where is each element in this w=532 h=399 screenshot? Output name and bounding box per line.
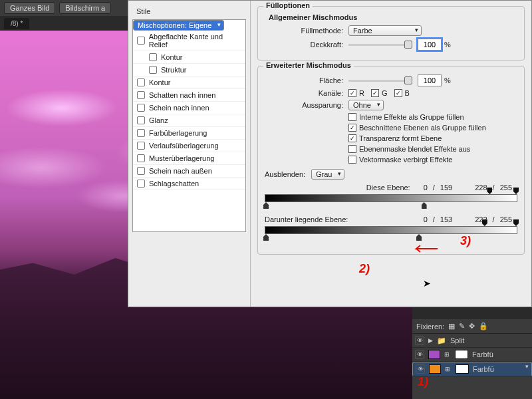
- style-item[interactable]: Kontur: [133, 76, 245, 89]
- color-swatch[interactable]: [428, 350, 440, 359]
- annotation-2: 2): [359, 262, 370, 276]
- link-icon[interactable]: ⊞: [444, 351, 451, 358]
- cb-internal-effects[interactable]: [348, 113, 356, 121]
- opacity-slider[interactable]: [348, 40, 412, 49]
- mask-thumb[interactable]: [455, 350, 468, 359]
- fill-options-group: Fülloptionen Allgemeiner Mischmodus Füll…: [257, 6, 525, 61]
- fill-unit: %: [444, 76, 451, 84]
- lock-transparency-icon[interactable]: ▦: [448, 322, 455, 331]
- knockout-label: Aussparung:: [265, 101, 348, 109]
- color-swatch[interactable]: [429, 364, 441, 374]
- layer-name: Split: [450, 336, 464, 344]
- fill-label: Fläche:: [265, 76, 348, 84]
- blendmode-label: Füllmethode:: [265, 27, 348, 35]
- opacity-label: Deckkraft:: [265, 41, 348, 49]
- style-checkbox[interactable]: [137, 167, 145, 175]
- cb-transparency-shapes[interactable]: [348, 134, 356, 142]
- layer-name: Farbfü: [472, 350, 493, 358]
- visibility-icon[interactable]: 👁: [415, 336, 424, 345]
- fullscreen-button[interactable]: Bildschirm a: [59, 2, 111, 14]
- cb-clipped-layers[interactable]: [348, 124, 356, 132]
- style-item[interactable]: Farbüberlagerung: [133, 127, 245, 140]
- advanced-blend-title: Erweiterter Mischmodus: [263, 61, 354, 69]
- style-checkbox[interactable]: [137, 78, 145, 86]
- style-item[interactable]: Struktur: [133, 64, 245, 76]
- layers-panel: Fixieren: ▦ ✎ ✥ 🔒 👁▶📁Split👁⊞Farbfü👁⊞Farb…: [412, 319, 532, 399]
- document-tabs: /8) *: [0, 16, 29, 31]
- channels-label: Kanäle:: [265, 89, 348, 97]
- style-checkbox[interactable]: [137, 91, 145, 99]
- visibility-icon[interactable]: 👁: [416, 364, 425, 374]
- cb-layermask-hides[interactable]: [348, 145, 356, 153]
- style-item[interactable]: Schlagschatten: [133, 178, 245, 190]
- styles-list: Mischoptionen: EigeneAbgeflachte Kante u…: [132, 19, 246, 232]
- lock-position-icon[interactable]: ✥: [469, 322, 475, 331]
- style-checkbox[interactable]: [137, 129, 145, 137]
- cb-vectormask-hides[interactable]: [348, 156, 356, 164]
- style-item[interactable]: Verlaufsüberlagerung: [133, 140, 245, 152]
- style-item[interactable]: Mischoptionen: Eigene: [133, 20, 224, 31]
- opacity-unit: %: [444, 41, 451, 49]
- annotation-3: 3): [460, 234, 471, 248]
- style-checkbox[interactable]: [137, 104, 145, 112]
- folder-icon: 📁: [437, 336, 446, 345]
- style-item[interactable]: Abgeflachte Kante und Relief: [133, 31, 245, 51]
- advanced-blend-group: Erweiterter Mischmodus Fläche: % Kanäle:…: [257, 66, 525, 255]
- channel-r-checkbox[interactable]: [348, 89, 356, 97]
- style-item[interactable]: Musterüberlagerung: [133, 152, 245, 165]
- lock-label: Fixieren:: [416, 323, 444, 331]
- style-checkbox[interactable]: [137, 180, 145, 188]
- blendif-label: Ausblenden:: [265, 170, 311, 178]
- annotation-1: 1): [418, 375, 428, 389]
- lock-all-icon[interactable]: 🔒: [479, 322, 488, 331]
- fill-options-panel: Fülloptionen Allgemeiner Mischmodus Füll…: [251, 1, 531, 307]
- opacity-input[interactable]: [418, 39, 442, 51]
- fill-slider[interactable]: [348, 76, 412, 85]
- document-tab[interactable]: /8) *: [4, 18, 29, 29]
- lock-paint-icon[interactable]: ✎: [459, 322, 465, 331]
- layer-name: Farbfü: [473, 365, 494, 373]
- blendif-select[interactable]: Grau: [311, 169, 344, 180]
- fit-all-button[interactable]: Ganzes Bild: [4, 2, 55, 14]
- style-item[interactable]: Kontur: [133, 51, 245, 64]
- visibility-icon[interactable]: 👁: [415, 350, 424, 359]
- layer-row[interactable]: 👁⊞Farbfü: [412, 348, 532, 362]
- fill-input[interactable]: [418, 74, 442, 86]
- style-checkbox[interactable]: [149, 53, 157, 61]
- style-item[interactable]: Schein nach innen: [133, 102, 245, 114]
- style-checkbox[interactable]: [137, 37, 145, 45]
- blendif-this-slider[interactable]: [265, 194, 517, 205]
- blendif-under-slider[interactable]: [265, 226, 517, 237]
- knockout-select[interactable]: Ohne: [348, 100, 384, 110]
- general-blend-title: Allgemeiner Mischmodus: [269, 13, 517, 21]
- channel-g-checkbox[interactable]: [371, 89, 379, 97]
- layer-style-dialog: Stile Mischoptionen: EigeneAbgeflachte K…: [128, 0, 532, 307]
- mouse-cursor-icon: ➤: [423, 278, 431, 289]
- mask-thumb[interactable]: [456, 364, 469, 374]
- link-icon[interactable]: ⊞: [445, 366, 452, 372]
- disclosure-icon[interactable]: ▶: [428, 337, 433, 344]
- style-checkbox[interactable]: [137, 154, 145, 162]
- style-checkbox[interactable]: [149, 66, 157, 74]
- this-layer-label: Diese Ebene:: [265, 184, 424, 192]
- style-checkbox[interactable]: [137, 116, 145, 124]
- style-checkbox[interactable]: [137, 142, 145, 150]
- style-item[interactable]: Schein nach außen: [133, 165, 245, 178]
- layer-row[interactable]: 👁⊞Farbfü: [412, 362, 532, 376]
- fill-options-title: Fülloptionen: [263, 1, 313, 9]
- style-item[interactable]: Glanz: [133, 114, 245, 127]
- channel-b-checkbox[interactable]: [394, 89, 402, 97]
- styles-sidebar: Stile Mischoptionen: EigeneAbgeflachte K…: [128, 1, 251, 307]
- styles-title: Stile: [132, 5, 246, 19]
- blendmode-select[interactable]: Farbe: [348, 25, 422, 36]
- under-layer-label: Darunter liegende Ebene:: [265, 215, 424, 223]
- layer-row[interactable]: 👁▶📁Split: [412, 334, 532, 348]
- style-item[interactable]: Schatten nach innen: [133, 89, 245, 102]
